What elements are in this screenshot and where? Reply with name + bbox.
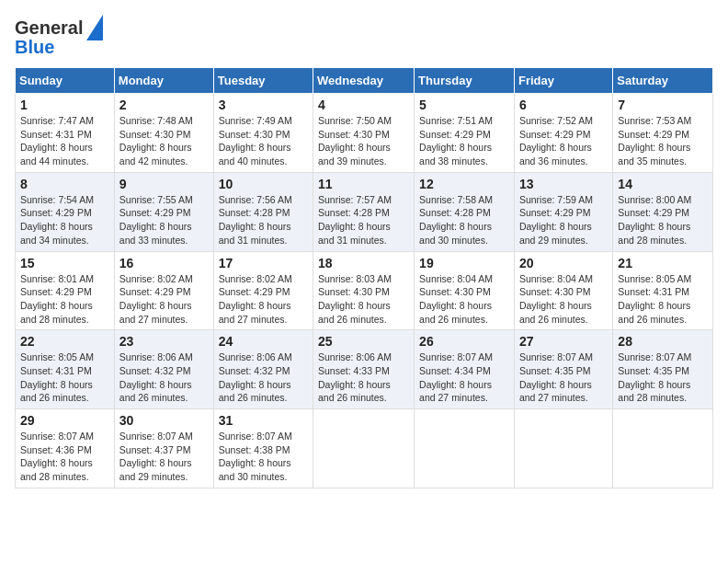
day-info: Sunrise: 8:05 AMSunset: 4:31 PMDaylight:…: [618, 272, 708, 327]
logo: General Blue: [15, 15, 103, 58]
calendar-table: SundayMondayTuesdayWednesdayThursdayFrid…: [15, 67, 713, 488]
day-info: Sunrise: 7:53 AMSunset: 4:29 PMDaylight:…: [618, 114, 708, 168]
day-number: 3: [219, 98, 308, 112]
day-info: Sunrise: 7:51 AMSunset: 4:29 PMDaylight:…: [419, 114, 509, 168]
day-number: 29: [20, 413, 109, 428]
calendar-cell: 16Sunrise: 8:02 AMSunset: 4:29 PMDayligh…: [114, 251, 213, 330]
day-info: Sunrise: 8:07 AMSunset: 4:37 PMDaylight:…: [119, 430, 209, 484]
calendar-cell: 3Sunrise: 7:49 AMSunset: 4:30 PMDaylight…: [213, 94, 313, 173]
calendar-cell: 26Sunrise: 8:07 AMSunset: 4:34 PMDayligh…: [415, 330, 515, 409]
calendar-week-row: 29Sunrise: 8:07 AMSunset: 4:36 PMDayligh…: [16, 409, 713, 488]
day-number: 19: [419, 256, 509, 270]
calendar-cell: 29Sunrise: 8:07 AMSunset: 4:36 PMDayligh…: [16, 409, 115, 488]
day-number: 10: [219, 177, 308, 191]
day-info: Sunrise: 8:02 AMSunset: 4:29 PMDaylight:…: [219, 272, 308, 327]
day-info: Sunrise: 7:59 AMSunset: 4:29 PMDaylight:…: [519, 193, 608, 247]
day-info: Sunrise: 8:06 AMSunset: 4:32 PMDaylight:…: [119, 350, 209, 405]
column-header-tuesday: Tuesday: [213, 68, 313, 94]
day-number: 30: [119, 413, 209, 428]
day-info: Sunrise: 8:05 AMSunset: 4:31 PMDaylight:…: [20, 350, 109, 405]
day-number: 22: [20, 334, 109, 349]
calendar-cell: 2Sunrise: 7:48 AMSunset: 4:30 PMDaylight…: [114, 94, 213, 173]
calendar-cell: 31Sunrise: 8:07 AMSunset: 4:38 PMDayligh…: [213, 409, 313, 488]
calendar-cell: 30Sunrise: 8:07 AMSunset: 4:37 PMDayligh…: [114, 409, 213, 488]
calendar-cell: 8Sunrise: 7:54 AMSunset: 4:29 PMDaylight…: [16, 172, 115, 251]
calendar-cell: 21Sunrise: 8:05 AMSunset: 4:31 PMDayligh…: [613, 251, 713, 330]
calendar-week-row: 22Sunrise: 8:05 AMSunset: 4:31 PMDayligh…: [16, 330, 713, 409]
day-number: 14: [618, 177, 708, 191]
day-number: 15: [20, 256, 109, 270]
logo-triangle-icon: [86, 15, 103, 40]
day-number: 24: [219, 334, 308, 349]
day-info: Sunrise: 8:01 AMSunset: 4:29 PMDaylight:…: [20, 272, 109, 327]
day-number: 4: [318, 98, 409, 112]
calendar-cell: 13Sunrise: 7:59 AMSunset: 4:29 PMDayligh…: [514, 172, 612, 251]
calendar-cell: 17Sunrise: 8:02 AMSunset: 4:29 PMDayligh…: [213, 251, 313, 330]
day-info: Sunrise: 8:07 AMSunset: 4:38 PMDaylight:…: [219, 430, 308, 484]
calendar-cell: [415, 409, 515, 488]
day-info: Sunrise: 8:03 AMSunset: 4:30 PMDaylight:…: [318, 272, 409, 327]
day-info: Sunrise: 7:56 AMSunset: 4:28 PMDaylight:…: [219, 193, 308, 247]
calendar-header-row: SundayMondayTuesdayWednesdayThursdayFrid…: [16, 68, 713, 94]
calendar-cell: 18Sunrise: 8:03 AMSunset: 4:30 PMDayligh…: [313, 251, 415, 330]
day-number: 11: [318, 177, 409, 191]
column-header-thursday: Thursday: [415, 68, 515, 94]
day-number: 5: [419, 98, 509, 112]
calendar-cell: [514, 409, 612, 488]
day-number: 6: [519, 98, 608, 112]
calendar-cell: 6Sunrise: 7:52 AMSunset: 4:29 PMDaylight…: [514, 94, 612, 173]
day-number: 23: [119, 334, 209, 349]
calendar-cell: 27Sunrise: 8:07 AMSunset: 4:35 PMDayligh…: [514, 330, 612, 409]
logo-blue-text: Blue: [15, 37, 54, 58]
day-number: 8: [20, 177, 109, 191]
day-info: Sunrise: 7:47 AMSunset: 4:31 PMDaylight:…: [20, 114, 109, 168]
calendar-cell: 7Sunrise: 7:53 AMSunset: 4:29 PMDaylight…: [613, 94, 713, 173]
day-info: Sunrise: 8:07 AMSunset: 4:34 PMDaylight:…: [419, 350, 509, 405]
calendar-cell: 23Sunrise: 8:06 AMSunset: 4:32 PMDayligh…: [114, 330, 213, 409]
day-info: Sunrise: 8:07 AMSunset: 4:36 PMDaylight:…: [20, 430, 109, 484]
calendar-cell: 10Sunrise: 7:56 AMSunset: 4:28 PMDayligh…: [213, 172, 313, 251]
calendar-cell: 4Sunrise: 7:50 AMSunset: 4:30 PMDaylight…: [313, 94, 415, 173]
day-info: Sunrise: 7:49 AMSunset: 4:30 PMDaylight:…: [219, 114, 308, 168]
calendar-cell: [613, 409, 713, 488]
day-number: 13: [519, 177, 608, 191]
calendar-cell: 22Sunrise: 8:05 AMSunset: 4:31 PMDayligh…: [16, 330, 115, 409]
calendar-cell: [313, 409, 415, 488]
calendar-cell: 12Sunrise: 7:58 AMSunset: 4:28 PMDayligh…: [415, 172, 515, 251]
calendar-week-row: 8Sunrise: 7:54 AMSunset: 4:29 PMDaylight…: [16, 172, 713, 251]
day-info: Sunrise: 7:52 AMSunset: 4:29 PMDaylight:…: [519, 114, 608, 168]
day-number: 16: [119, 256, 209, 270]
day-info: Sunrise: 7:58 AMSunset: 4:28 PMDaylight:…: [419, 193, 509, 247]
column-header-wednesday: Wednesday: [313, 68, 415, 94]
day-number: 31: [219, 413, 308, 428]
day-info: Sunrise: 8:07 AMSunset: 4:35 PMDaylight:…: [618, 350, 708, 405]
calendar-cell: 9Sunrise: 7:55 AMSunset: 4:29 PMDaylight…: [114, 172, 213, 251]
day-number: 25: [318, 334, 409, 349]
logo-general-text: General: [15, 17, 83, 39]
calendar-cell: 11Sunrise: 7:57 AMSunset: 4:28 PMDayligh…: [313, 172, 415, 251]
day-number: 21: [618, 256, 708, 270]
day-info: Sunrise: 7:54 AMSunset: 4:29 PMDaylight:…: [20, 193, 109, 247]
day-number: 28: [618, 334, 708, 349]
day-number: 17: [219, 256, 308, 270]
day-number: 27: [519, 334, 608, 349]
column-header-sunday: Sunday: [16, 68, 115, 94]
day-info: Sunrise: 8:06 AMSunset: 4:32 PMDaylight:…: [219, 350, 308, 405]
day-info: Sunrise: 8:04 AMSunset: 4:30 PMDaylight:…: [519, 272, 608, 327]
calendar-week-row: 1Sunrise: 7:47 AMSunset: 4:31 PMDaylight…: [16, 94, 713, 173]
day-info: Sunrise: 8:07 AMSunset: 4:35 PMDaylight:…: [519, 350, 608, 405]
day-info: Sunrise: 8:04 AMSunset: 4:30 PMDaylight:…: [419, 272, 509, 327]
calendar-cell: 20Sunrise: 8:04 AMSunset: 4:30 PMDayligh…: [514, 251, 612, 330]
day-number: 2: [119, 98, 209, 112]
day-number: 20: [519, 256, 608, 270]
column-header-saturday: Saturday: [613, 68, 713, 94]
day-info: Sunrise: 7:48 AMSunset: 4:30 PMDaylight:…: [119, 114, 209, 168]
day-number: 18: [318, 256, 409, 270]
page-header: General Blue: [15, 15, 713, 58]
day-info: Sunrise: 8:00 AMSunset: 4:29 PMDaylight:…: [618, 193, 708, 247]
day-number: 9: [119, 177, 209, 191]
day-info: Sunrise: 8:02 AMSunset: 4:29 PMDaylight:…: [119, 272, 209, 327]
day-info: Sunrise: 8:06 AMSunset: 4:33 PMDaylight:…: [318, 350, 409, 405]
calendar-cell: 14Sunrise: 8:00 AMSunset: 4:29 PMDayligh…: [613, 172, 713, 251]
day-number: 7: [618, 98, 708, 112]
